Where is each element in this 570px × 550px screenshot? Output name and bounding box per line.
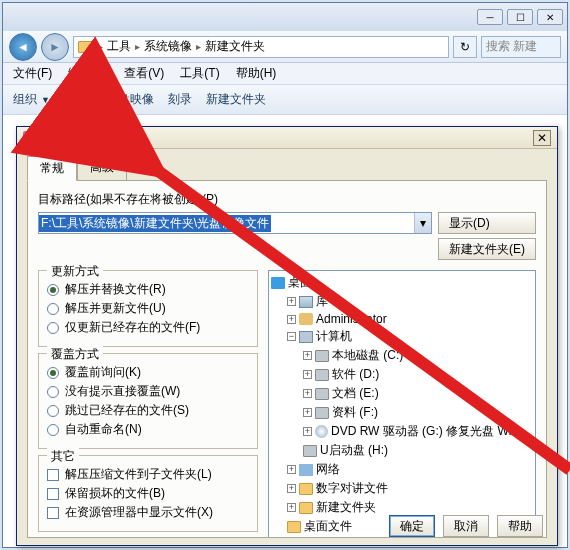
menu-view[interactable]: 查看(V)	[124, 65, 164, 82]
chevron-right-icon: ▸	[98, 41, 103, 52]
target-path-combo[interactable]: F:\工具\系统镜像\新建文件夹\光盘镜像文件 ▾	[38, 212, 432, 234]
help-button[interactable]: 帮助	[497, 515, 543, 537]
library-icon	[299, 296, 313, 308]
dialog-buttons: 确定 取消 帮助	[389, 515, 543, 537]
dialog-close-button[interactable]: ✕	[533, 130, 551, 146]
expander-icon[interactable]: +	[287, 315, 296, 324]
tree-node-drive: +资料 (F:)	[271, 403, 533, 422]
chevron-down-icon: ▼	[41, 95, 50, 105]
tree-node-drive: U启动盘 (H:)	[271, 441, 533, 460]
menu-tools[interactable]: 工具(T)	[180, 65, 219, 82]
tab-advanced[interactable]: 高级	[77, 155, 127, 180]
radio-overwrite-noprompt[interactable]: 没有提示直接覆盖(W)	[47, 383, 249, 400]
organize-button[interactable]: 组织 ▼	[13, 91, 50, 108]
menu-help[interactable]: 帮助(H)	[236, 65, 277, 82]
tab-panel-general: 目标路径(如果不存在将被创建)(P) F:\工具\系统镜像\新建文件夹\光盘镜像…	[27, 180, 547, 538]
group-title: 覆盖方式	[47, 346, 103, 363]
radio-extract-update[interactable]: 解压并更新文件(U)	[47, 300, 249, 317]
close-button[interactable]: ✕	[537, 9, 563, 25]
tree-node-drive: +文档 (E:)	[271, 384, 533, 403]
chevron-right-icon: ▸	[135, 41, 140, 52]
new-folder-button[interactable]: 新建文件夹	[206, 91, 266, 108]
group-overwrite: 覆盖方式 覆盖前询问(K) 没有提示直接覆盖(W) 跳过已经存在的文件(S) 自…	[38, 353, 258, 449]
explorer-titlebar: ─ ☐ ✕	[3, 3, 567, 31]
breadcrumb[interactable]: 工具	[107, 38, 131, 55]
chevron-down-icon[interactable]: ▾	[414, 213, 431, 233]
folder-icon	[78, 41, 94, 53]
target-path-label: 目标路径(如果不存在将被创建)(P)	[38, 191, 536, 208]
tree-node-user: +Administrator	[271, 311, 533, 327]
group-title: 其它	[47, 448, 79, 465]
group-misc: 其它 解压压缩文件到子文件夹(L) 保留损坏的文件(B) 在资源管理器中显示文件…	[38, 455, 258, 532]
menu-file[interactable]: 文件(F)	[13, 65, 52, 82]
expander-icon[interactable]: +	[303, 427, 312, 436]
desktop-icon	[271, 277, 285, 289]
expander-icon[interactable]: +	[287, 484, 296, 493]
burn-button[interactable]: 刻录	[168, 91, 192, 108]
tree-node-drive: +软件 (D:)	[271, 365, 533, 384]
dialog-titlebar: 解压路径和选项 ✕	[17, 127, 557, 149]
group-update: 更新方式 解压并替换文件(R) 解压并更新文件(U) 仅更新已经存在的文件(F)	[38, 270, 258, 347]
breadcrumb[interactable]: 新建文件夹	[205, 38, 265, 55]
expander-icon[interactable]: +	[287, 503, 296, 512]
expander-icon[interactable]: +	[287, 297, 296, 306]
burn-image-button[interactable]: 刻录光盘映像	[64, 91, 154, 108]
ok-button[interactable]: 确定	[389, 515, 435, 537]
tree-node-drive: +本地磁盘 (C:)	[271, 346, 533, 365]
folder-tree[interactable]: 桌面 +库 +Administrator −计算机 +本地磁盘 (C:) +软件…	[268, 270, 536, 538]
new-folder-button[interactable]: 新建文件夹(E)	[438, 238, 536, 260]
expander-icon[interactable]: +	[303, 351, 312, 360]
tree-node-folder: +数字对讲文件	[271, 479, 533, 498]
breadcrumb[interactable]: 系统镜像	[144, 38, 192, 55]
expander-icon[interactable]: +	[303, 370, 312, 379]
display-button[interactable]: 显示(D)	[438, 212, 536, 234]
expander-icon[interactable]: +	[287, 465, 296, 474]
expander-icon[interactable]: +	[303, 408, 312, 417]
radio-ask-overwrite[interactable]: 覆盖前询问(K)	[47, 364, 249, 381]
dvd-icon	[315, 425, 328, 438]
check-subfolder[interactable]: 解压压缩文件到子文件夹(L)	[47, 466, 249, 483]
check-show-explorer[interactable]: 在资源管理器中显示文件(X)	[47, 504, 249, 521]
winrar-icon	[23, 131, 37, 145]
radio-update-existing[interactable]: 仅更新已经存在的文件(F)	[47, 319, 249, 336]
minimize-button[interactable]: ─	[477, 9, 503, 25]
nav-forward-button[interactable]: ►	[41, 33, 69, 61]
check-keep-broken[interactable]: 保留损坏的文件(B)	[47, 485, 249, 502]
expander-icon[interactable]: −	[287, 332, 296, 341]
target-path-value: F:\工具\系统镜像\新建文件夹\光盘镜像文件	[39, 215, 271, 232]
drive-icon	[315, 388, 329, 400]
tab-general[interactable]: 常规	[27, 156, 77, 181]
expander-icon[interactable]: +	[303, 389, 312, 398]
drive-icon	[315, 350, 329, 362]
tree-node-desktop: 桌面	[271, 273, 533, 292]
maximize-button[interactable]: ☐	[507, 9, 533, 25]
explorer-menubar: 文件(F) 编辑(E) 查看(V) 工具(T) 帮助(H)	[3, 63, 567, 85]
address-bar[interactable]: ▸ 工具 ▸ 系统镜像 ▸ 新建文件夹	[73, 36, 449, 58]
radio-skip-existing[interactable]: 跳过已经存在的文件(S)	[47, 402, 249, 419]
dialog-tabs: 常规 高级	[27, 155, 547, 180]
computer-icon	[299, 331, 313, 343]
drive-icon	[315, 407, 329, 419]
tree-node-libraries: +库	[271, 292, 533, 311]
extract-dialog: 解压路径和选项 ✕ 常规 高级 目标路径(如果不存在将被创建)(P) F:\工具…	[16, 126, 558, 546]
tree-node-dvd: +DVD RW 驱动器 (G:) 修复光盘 Wi	[271, 422, 533, 441]
group-title: 更新方式	[47, 263, 103, 280]
drive-icon	[303, 445, 317, 457]
user-icon	[299, 313, 313, 325]
refresh-button[interactable]: ↻	[453, 36, 477, 58]
radio-autorename[interactable]: 自动重命名(N)	[47, 421, 249, 438]
chevron-right-icon: ▸	[196, 41, 201, 52]
explorer-navbar: ◄ ► ▸ 工具 ▸ 系统镜像 ▸ 新建文件夹 ↻ 搜索 新建	[3, 31, 567, 63]
search-input[interactable]: 搜索 新建	[481, 36, 561, 58]
dialog-title: 解压路径和选项	[43, 129, 127, 146]
explorer-toolbar: 组织 ▼ 刻录光盘映像 刻录 新建文件夹	[3, 85, 567, 115]
folder-icon	[299, 483, 313, 495]
folder-icon	[299, 502, 313, 514]
tree-node-computer: −计算机	[271, 327, 533, 346]
disc-icon	[64, 93, 78, 107]
menu-edit[interactable]: 编辑(E)	[68, 65, 108, 82]
cancel-button[interactable]: 取消	[443, 515, 489, 537]
tree-node-network: +网络	[271, 460, 533, 479]
nav-back-button[interactable]: ◄	[9, 33, 37, 61]
radio-extract-replace[interactable]: 解压并替换文件(R)	[47, 281, 249, 298]
